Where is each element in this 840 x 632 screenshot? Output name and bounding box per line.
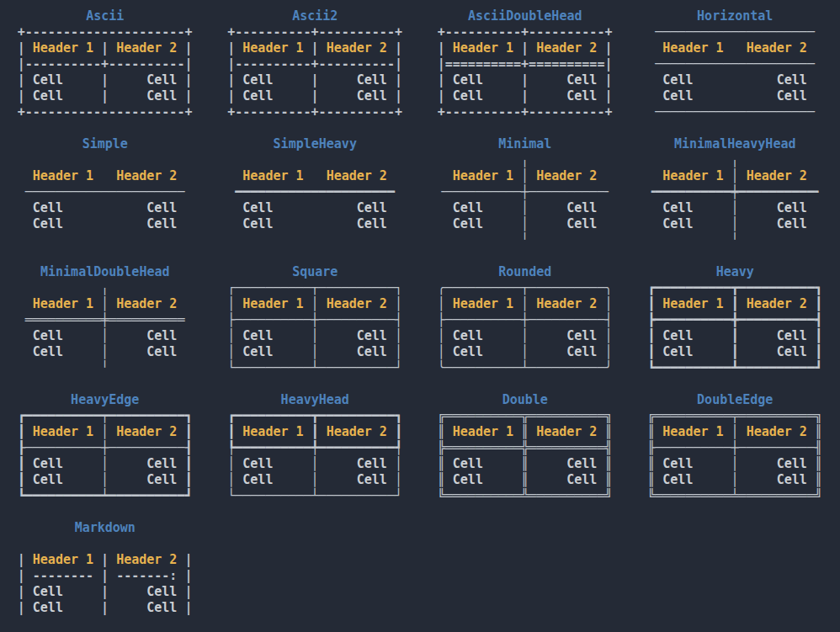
table-title: HeavyEdge: [18, 392, 193, 408]
table-square: ┌──────────┬──────────┐ │ Header 1 │ Hea…: [227, 280, 402, 376]
table-block-heavyedge: HeavyEdge ┏━━━━━━━━━━┯━━━━━━━━━━┓ ┃ Head…: [18, 392, 193, 520]
table-title: MinimalHeavyHead: [647, 136, 822, 152]
table-title: DoubleEdge: [647, 392, 822, 408]
table-simpleheavy: Header 1 Header 2 ━━━━━━━━━━━━━━━━━━━━━ …: [227, 152, 402, 232]
table-ascii: +---------------------+ | Header 1 | Hea…: [18, 24, 193, 120]
table-block-simpleheavy: SimpleHeavy Header 1 Header 2 ━━━━━━━━━━…: [227, 136, 402, 264]
table-block-square: Square ┌──────────┬──────────┐ │ Header …: [227, 264, 402, 392]
terminal-box-styles-grid: Ascii +---------------------+ | Header 1…: [0, 0, 840, 632]
table-horizontal: ───────────────────── Header 1 Header 2 …: [647, 24, 822, 120]
table-simple: Header 1 Header 2 ───────────────────── …: [18, 152, 193, 232]
table-title: Rounded: [438, 264, 613, 280]
table-block-heavy: Heavy ┏━━━━━━━━━━┳━━━━━━━━━━┓ ┃ Header 1…: [647, 264, 822, 392]
table-title: Ascii2: [227, 8, 402, 24]
table-minimal: ╷ Header 1 │ Header 2 ╶──────────┼──────…: [438, 152, 613, 248]
table-block-markdown: Markdown | Header 1 | Header 2 | | -----…: [18, 520, 193, 632]
table-rounded: ╭──────────┬──────────╮ │ Header 1 │ Hea…: [438, 280, 613, 376]
table-markdown: | Header 1 | Header 2 | | -------- | ---…: [18, 536, 193, 616]
table-double: ╔══════════╦══════════╗ ║ Header 1 ║ Hea…: [438, 408, 613, 504]
table-block-ascii: Ascii +---------------------+ | Header 1…: [18, 8, 193, 136]
table-title: Double: [438, 392, 613, 408]
table-title: HeavyHead: [227, 392, 402, 408]
table-title: Markdown: [18, 520, 193, 536]
table-block-horizontal: Horizontal ───────────────────── Header …: [647, 8, 822, 136]
table-title: Horizontal: [647, 8, 822, 24]
table-title: MinimalDoubleHead: [18, 264, 193, 280]
table-title: Ascii: [18, 8, 193, 24]
table-minimalheavyhead: ╷ Header 1 │ Header 2 ╺━━━━━━━━━━┿━━━━━━…: [647, 152, 822, 248]
table-block-double: Double ╔══════════╦══════════╗ ║ Header …: [438, 392, 613, 520]
table-minimaldoublehead: ╷ Header 1 │ Header 2 ══════════╪═══════…: [18, 280, 193, 376]
table-title: AsciiDoubleHead: [438, 8, 613, 24]
table-block-ascii2: Ascii2 +----------+----------+ | Header …: [227, 8, 402, 136]
table-title: Minimal: [438, 136, 613, 152]
table-title: SimpleHeavy: [227, 136, 402, 152]
table-block-minimaldoublehead: MinimalDoubleHead ╷ Header 1 │ Header 2 …: [18, 264, 193, 392]
table-ascii2: +----------+----------+ | Header 1 | Hea…: [227, 24, 402, 120]
table-heavy: ┏━━━━━━━━━━┳━━━━━━━━━━┓ ┃ Header 1 ┃ Hea…: [647, 280, 822, 376]
table-block-simple: Simple Header 1 Header 2 ───────────────…: [18, 136, 193, 264]
table-heavyhead: ┏━━━━━━━━━━┳━━━━━━━━━━┓ ┃ Header 1 ┃ Hea…: [227, 408, 402, 504]
table-block-doubleedge: DoubleEdge ╔══════════╤══════════╗ ║ Hea…: [647, 392, 822, 520]
table-title: Simple: [18, 136, 193, 152]
table-block-minimal: Minimal ╷ Header 1 │ Header 2 ╶─────────…: [438, 136, 613, 264]
table-asciidoublehead: +----------+----------+ | Header 1 | Hea…: [438, 24, 613, 120]
table-heavyedge: ┏━━━━━━━━━━┯━━━━━━━━━━┓ ┃ Header 1 │ Hea…: [18, 408, 193, 504]
table-block-heavyhead: HeavyHead ┏━━━━━━━━━━┳━━━━━━━━━━┓ ┃ Head…: [227, 392, 402, 520]
table-title: Heavy: [647, 264, 822, 280]
table-block-asciidoublehead: AsciiDoubleHead +----------+----------+ …: [438, 8, 613, 136]
table-block-rounded: Rounded ╭──────────┬──────────╮ │ Header…: [438, 264, 613, 392]
table-doubleedge: ╔══════════╤══════════╗ ║ Header 1 │ Hea…: [647, 408, 822, 504]
table-title: Square: [227, 264, 402, 280]
table-block-minimalheavyhead: MinimalHeavyHead ╷ Header 1 │ Header 2 ╺…: [647, 136, 822, 264]
